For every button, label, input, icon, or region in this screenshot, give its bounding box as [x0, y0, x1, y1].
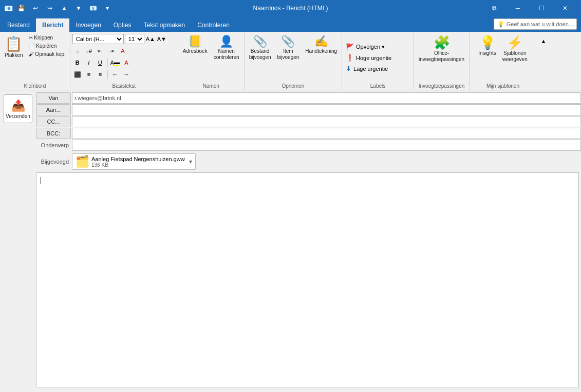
insights-button[interactable]: 💡 Insights	[476, 34, 498, 58]
attachment-dropdown-icon[interactable]: ▾	[189, 158, 192, 165]
attachment-chip[interactable]: 🗂️ Aanleg Fietspad Nergenshuizen.gww 136…	[72, 153, 196, 170]
hoge-urgentie-button[interactable]: ❗ Hoge urgentie	[344, 53, 393, 63]
window-controls: ⧉ ─ ☐ ✕	[482, 0, 577, 16]
attachment-size: 136 KB	[91, 162, 185, 168]
qat-up[interactable]: ▲	[58, 2, 70, 14]
lage-urgentie-button[interactable]: ⬇ Lage urgentie	[344, 64, 389, 73]
qat-save[interactable]: 💾	[15, 2, 27, 14]
tab-opties[interactable]: Opties	[107, 18, 138, 32]
maximize-button[interactable]: ☐	[530, 0, 553, 16]
bcc-button[interactable]: BCC:	[36, 128, 71, 139]
field-row-cc: CC...	[36, 116, 581, 127]
namen-controleren-button[interactable]: 👤 Namencontroleren	[211, 34, 242, 63]
ribbon: 📋 Plakken ✂ Knippen 📄 Kopiëren 🖌 Opmaak …	[0, 32, 581, 90]
title-bar: 📧 💾 ↩ ↪ ▲ ▼ 📧 ▾ Naamloos - Bericht (HTML…	[0, 0, 581, 16]
tab-invoegen[interactable]: Invoegen	[69, 18, 107, 32]
qat-email[interactable]: 📧	[87, 2, 99, 14]
bestand-bijvoegen-button[interactable]: 📎 Bestandbijvoegen	[247, 34, 274, 63]
close-button[interactable]: ✕	[553, 0, 577, 16]
font-color-button[interactable]: A	[121, 57, 132, 68]
sjablonen-label: Mijn sjablonen	[470, 83, 536, 89]
font-shrink-button[interactable]: A▼	[157, 34, 167, 44]
field-row-aan: Aan...	[36, 104, 581, 115]
qat-more[interactable]: ▾	[101, 2, 114, 14]
ribbon-collapse-button[interactable]: ▲	[538, 36, 549, 46]
opvolgen-button[interactable]: 🚩 Opvolgen ▾	[344, 42, 386, 52]
adresboek-button[interactable]: 📒 Adresboek	[180, 34, 210, 56]
tab-bestand[interactable]: Bestand	[1, 18, 36, 32]
fields-panel: Van Aan... CC... BCC: Onderwerp Bijgevoe…	[36, 90, 581, 391]
help-icon: 💡	[497, 21, 504, 28]
qat-redo[interactable]: ↪	[44, 2, 56, 14]
signature-icon: ✍️	[314, 36, 328, 47]
opnemen-label: Opnemen	[245, 83, 342, 89]
flag-icon: 🚩	[346, 43, 354, 51]
van-button[interactable]: Van	[36, 92, 71, 104]
paste-icon: 📋	[5, 35, 23, 52]
kopieren-button[interactable]: 📄 Kopiëren	[27, 42, 68, 50]
increase-indent-button[interactable]: ⇥	[106, 46, 117, 56]
clear-format-button[interactable]: A	[118, 46, 128, 56]
attachment-info: Aanleg Fietspad Nergenshuizen.gww 136 KB	[91, 156, 185, 168]
ribbon-tabs: Bestand Bericht Invoegen Opties Tekst op…	[0, 16, 581, 32]
ribbon-collapse: ▲	[536, 33, 551, 90]
align-right-button[interactable]: ≡	[95, 69, 105, 80]
decrease-indent-button[interactable]: ⇤	[95, 46, 105, 56]
font-grow-button[interactable]: A▲	[145, 34, 156, 44]
namen-icon: 👤	[219, 36, 233, 47]
aan-input[interactable]	[72, 104, 581, 115]
qat-undo[interactable]: ↩	[29, 2, 42, 14]
ribbon-group-namen: 📒 Adresboek 👤 Namencontroleren Namen	[178, 33, 245, 90]
qat-down[interactable]: ▼	[72, 2, 85, 14]
attach-item-icon: 📎	[281, 36, 295, 47]
body-compose[interactable]	[36, 172, 579, 387]
handtekening-button[interactable]: ✍️ Handtekening	[303, 34, 340, 56]
office-invoegtoepassingen-button[interactable]: 🧩 Office-invoegtoepassingen	[416, 34, 467, 65]
opmaak-button[interactable]: 🖌 Opmaak kop.	[27, 50, 68, 58]
send-label: Verzenden	[6, 113, 30, 119]
aan-button[interactable]: Aan...	[36, 104, 71, 115]
help-search[interactable]: 💡 Geef aan wat u wilt doen...	[494, 18, 577, 30]
bullet-list-button[interactable]: ≡	[72, 46, 83, 56]
cc-input[interactable]	[72, 116, 581, 127]
sjablonen-button[interactable]: ⚡ Sjablonenweergeven	[500, 34, 530, 65]
highlight-button[interactable]: A▬	[110, 57, 120, 68]
ribbon-group-labels: 🚩 Opvolgen ▾ ❗ Hoge urgentie ⬇ Lage urge…	[342, 33, 414, 90]
outdent-button[interactable]: ←	[110, 69, 120, 80]
tab-tekst-opmaken[interactable]: Tekst opmaken	[137, 18, 191, 32]
ribbon-group-basistekst: Calibri (H... 11 A▲ A▼ ≡ ≡# ⇤ ⇥ A B I U	[70, 33, 178, 90]
knippen-button[interactable]: ✂ Knippen	[27, 34, 68, 42]
onderwerp-input[interactable]	[72, 140, 581, 151]
align-center-button[interactable]: ≡	[84, 69, 94, 80]
bcc-input[interactable]	[72, 128, 581, 139]
adresboek-icon: 📒	[188, 36, 202, 47]
indent-button[interactable]: →	[121, 69, 132, 80]
office-addins-icon: 🧩	[434, 36, 450, 49]
app-icon: 📧	[4, 4, 13, 12]
tab-bericht[interactable]: Bericht	[36, 18, 69, 32]
align-left-button[interactable]: ⬛	[72, 69, 83, 80]
font-size-select[interactable]: 11	[125, 34, 144, 44]
item-bijvoegen-button[interactable]: 📎 Itembijvoegen	[275, 34, 302, 63]
numbered-list-button[interactable]: ≡#	[84, 46, 94, 56]
restore-button[interactable]: ⧉	[482, 0, 506, 16]
text-cursor	[41, 177, 43, 184]
attachment-icon: 🗂️	[76, 155, 89, 168]
insights-icon: 💡	[479, 36, 496, 49]
underline-button[interactable]: U	[95, 57, 105, 68]
plakken-button[interactable]: 📋 Plakken	[2, 34, 26, 60]
bold-button[interactable]: B	[72, 57, 83, 68]
send-button[interactable]: 📤 Verzenden	[4, 94, 32, 123]
klembord-label: Klembord	[0, 83, 70, 89]
italic-button[interactable]: I	[84, 57, 94, 68]
exclamation-icon: ❗	[346, 54, 354, 62]
tab-controleren[interactable]: Controleren	[191, 18, 236, 32]
van-input[interactable]	[72, 92, 581, 104]
invoegtoepassingen-label: Invoegtoepassingen	[414, 83, 469, 89]
minimize-button[interactable]: ─	[506, 0, 530, 16]
font-family-select[interactable]: Calibri (H...	[72, 34, 124, 44]
cc-button[interactable]: CC...	[36, 116, 71, 127]
labels-label: Labels	[342, 83, 414, 89]
ribbon-group-sjablonen: 💡 Insights ⚡ Sjablonenweergeven Mijn sja…	[470, 33, 536, 90]
attach-file-icon: 📎	[253, 36, 267, 47]
